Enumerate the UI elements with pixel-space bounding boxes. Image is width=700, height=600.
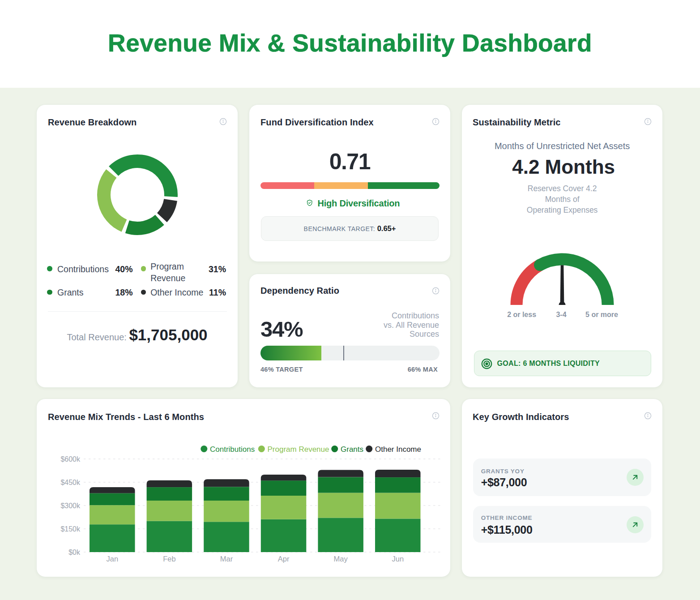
svg-text:May: May [334,555,348,563]
svg-text:$300k: $300k [60,502,81,510]
svg-text:$150k: $150k [60,525,81,533]
svg-text:Grants: Grants [341,445,363,454]
svg-text:Jan: Jan [106,555,118,563]
svg-text:Feb: Feb [163,555,175,563]
svg-text:Other Income: Other Income [375,445,421,454]
svg-text:$450k: $450k [60,479,81,486]
svg-text:Jun: Jun [392,555,404,563]
svg-text:Program Revenue: Program Revenue [268,445,329,454]
svg-text:Mar: Mar [220,555,233,563]
svg-text:$0k: $0k [68,549,81,556]
svg-text:Contributions: Contributions [210,445,255,454]
svg-text:Apr: Apr [278,555,290,563]
svg-text:$600k: $600k [60,455,81,463]
